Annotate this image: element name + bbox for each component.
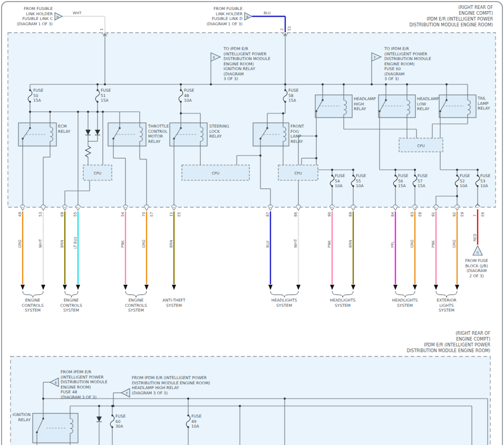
svg-text:PNK: PNK <box>121 240 125 248</box>
system-label-1: ENGINE CONTROLS SYSTEM <box>14 298 51 313</box>
relay-tail-label: TAIL LAMP RELAY <box>478 96 497 111</box>
module1-header: (RIGHT REAR OF ENGINE COMPT) IPDM E/R (I… <box>335 5 493 28</box>
system-label-2: ENGINE CONTROLS SYSTEM <box>53 298 90 313</box>
svg-text:7: 7 <box>473 215 477 217</box>
relay-throttle-label: THROTTLE CONTROL MOTOR RELAY <box>148 124 178 144</box>
system-label-4: ANTI-THEFT SYSTEM <box>156 298 192 308</box>
connector-exits <box>21 204 480 297</box>
svg-text:11: 11 <box>169 212 173 217</box>
svg-text:89: 89 <box>348 212 353 217</box>
svg-text:69: 69 <box>60 212 64 217</box>
svg-text:ORG: ORG <box>410 239 414 248</box>
fuse-57-label: FUSE 57 15A <box>418 173 433 189</box>
svg-text:49: 49 <box>18 212 22 217</box>
cpu-label-1: CPU <box>94 171 101 176</box>
ref-ignition-label: TO IPDM E/R (INTELLIGENT POWER DISTRIBUT… <box>224 46 282 82</box>
svg-text:PNK: PNK <box>327 240 332 248</box>
svg-text:54: 54 <box>121 212 125 217</box>
svg-text:91: 91 <box>431 212 435 217</box>
fuse-50-label: FUSE 50 15A <box>33 88 50 103</box>
fuse-51-label: FUSE 51 15A <box>101 88 118 103</box>
relay-throttle <box>108 123 146 146</box>
system-label-5: HEADLIGHTS SYSTEM <box>266 298 303 308</box>
relay-tail <box>439 95 476 118</box>
svg-text:53: 53 <box>38 212 43 217</box>
svg-text:BRN: BRN <box>169 240 173 248</box>
svg-text:E5: E5 <box>177 212 181 217</box>
svg-text:BRN: BRN <box>348 240 353 248</box>
svg-text:ORG: ORG <box>18 239 22 248</box>
svg-text:ORG: ORG <box>452 239 457 248</box>
ref-hl-high-label: FROM IPDM E/R (INTELLIGENT POWER DISTRIB… <box>132 375 227 395</box>
fuse-53-label: FUSE 53 10A <box>480 173 496 189</box>
ref-fuse48-label: FROM IPDM E/R (INTELLIGENT POWER DISTRIB… <box>61 370 124 400</box>
svg-text:E7: E7 <box>150 212 154 217</box>
module2-header: (RIGHT REAR OF ENGINE COMPT) IPDM E/R (I… <box>332 331 490 354</box>
source-g-label: FROM FUSE BLOCK (J/B) (DIAGRAM 2 OF 3) <box>457 258 497 278</box>
pin-2-label: 2 <box>280 28 284 31</box>
svg-text:E6: E6 <box>481 212 485 217</box>
relay-fog-label: FRONT FOG LAMP RELAY <box>290 124 315 144</box>
relay-fog <box>253 123 289 146</box>
svg-text:84: 84 <box>391 212 395 217</box>
fuse-52-label: FUSE 52 10A <box>460 173 476 189</box>
svg-text:BLU: BLU <box>266 241 270 248</box>
svg-text:83: 83 <box>410 212 414 217</box>
svg-text:90: 90 <box>327 212 332 217</box>
fuse-54-label: FUSE 54 10A <box>335 173 351 189</box>
relay-steering-label: STEERING LOCK RELAY <box>209 124 237 139</box>
svg-text:92: 92 <box>452 212 457 217</box>
relay-ignition <box>33 413 78 445</box>
wire-color-labels: ORG WHT BRN LT BLU PNK ORG BRN BLU WHT P… <box>18 234 477 249</box>
relay-hl-low-label: HEADLAMP LOW RELAY <box>417 96 443 112</box>
svg-text:WHT: WHT <box>38 239 43 248</box>
fuse-55-label: FUSE 55 10A <box>356 173 372 189</box>
relay-hl-high-label: HEADLAMP HIGH RELAY <box>354 96 380 112</box>
system-label-7: HEADLIGHTS SYSTEM <box>386 298 423 308</box>
svg-text:E9: E9 <box>460 212 464 217</box>
wire-color-label-blu: BLU <box>264 11 270 15</box>
wiring-diagram-page: A B WHT BLU 1 2 E1 <box>0 0 504 445</box>
system-label-8: EXTERIOR LIGHTS SYSTEM <box>428 298 465 313</box>
svg-text:LT BLU: LT BLU <box>73 237 77 249</box>
svg-text:E8: E8 <box>418 212 422 217</box>
relay-ignition-label: IGNITION RELAY <box>1 412 31 422</box>
relay-headlamp-low <box>379 95 415 118</box>
pin-1-label: 1 <box>100 28 104 31</box>
fuse-60-label: FUSE 60 30A <box>115 414 132 429</box>
fuse-49-label: FUSE 49 10A <box>191 414 208 429</box>
relay-ecm-label: ECM RELAY <box>58 124 85 134</box>
wire-color-label-wht: WHT <box>73 11 82 15</box>
svg-text:70: 70 <box>142 212 146 217</box>
relay-ecm <box>18 123 56 146</box>
fuse-48-label: FUSE 48 10A <box>184 88 201 103</box>
fuse-58-label: FUSE 58 15A <box>288 88 305 103</box>
svg-text:WHT: WHT <box>294 239 298 248</box>
ref-fuse60-label: TO IPDM E/R (INTELLIGENT POWER DISTRIBUT… <box>384 46 442 82</box>
svg-text:PPL: PPL <box>391 241 395 248</box>
triangle-letter-g: G <box>477 250 479 254</box>
svg-text:ORG: ORG <box>142 239 146 248</box>
triangle-letter-f: F <box>374 55 376 59</box>
fuse-56-label: FUSE 56 15A <box>398 173 414 189</box>
triangle-letter-e: E <box>213 55 215 59</box>
svg-text:86: 86 <box>294 212 298 217</box>
svg-text:87: 87 <box>266 212 270 217</box>
cpu-label-3: CPU <box>294 171 302 176</box>
triangle-letter-e2: E <box>55 381 57 384</box>
svg-text:BRN: BRN <box>60 240 64 248</box>
svg-text:RED: RED <box>473 234 477 241</box>
connector-e1-label: E1 <box>287 26 292 31</box>
triangle-letter-b: B <box>246 15 248 18</box>
feed-wire-wht <box>62 16 105 32</box>
svg-text:55: 55 <box>73 212 77 217</box>
source-b-label: FROM FUSIBLE LINK HOLDER FUSIBLE LINK D … <box>190 6 243 26</box>
source-a-label: FROM FUSIBLE LINK HOLDER FUSIBLE LINK C … <box>0 6 53 26</box>
system-label-6: HEADLIGHTS SYSTEM <box>324 298 361 308</box>
relay-headlamp-high <box>315 95 352 118</box>
svg-text:PNK: PNK <box>431 240 435 248</box>
cpu-label-2: CPU <box>212 171 219 176</box>
cpu-label-4: CPU <box>417 144 424 148</box>
triangle-letter-f2: F <box>126 391 128 395</box>
system-label-3: ENGINE CONTROLS SYSTEM <box>118 298 154 313</box>
